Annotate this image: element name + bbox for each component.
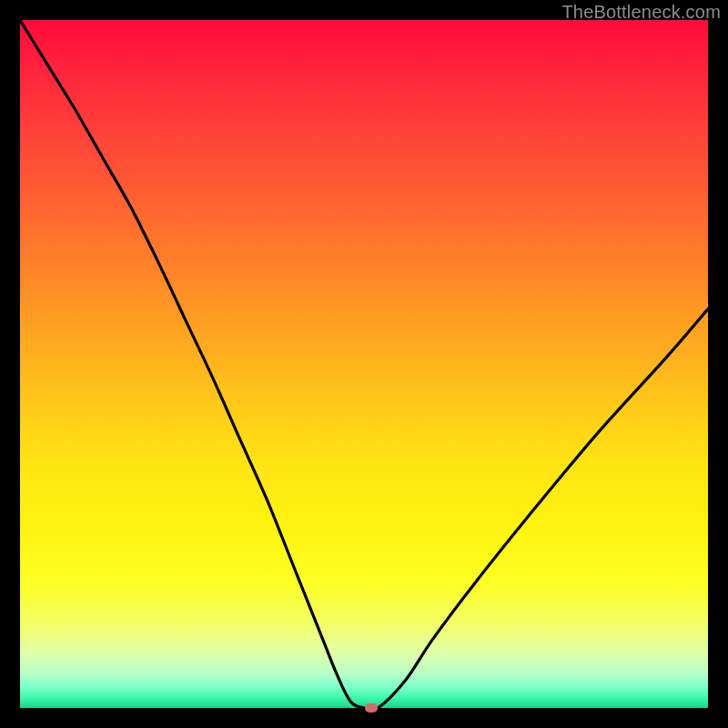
plot-area: [20, 20, 708, 708]
chart-stage: TheBottleneck.com: [0, 0, 728, 728]
bottleneck-curve: [20, 20, 708, 708]
curve-path: [20, 20, 708, 708]
optimal-point-marker: [365, 703, 378, 713]
